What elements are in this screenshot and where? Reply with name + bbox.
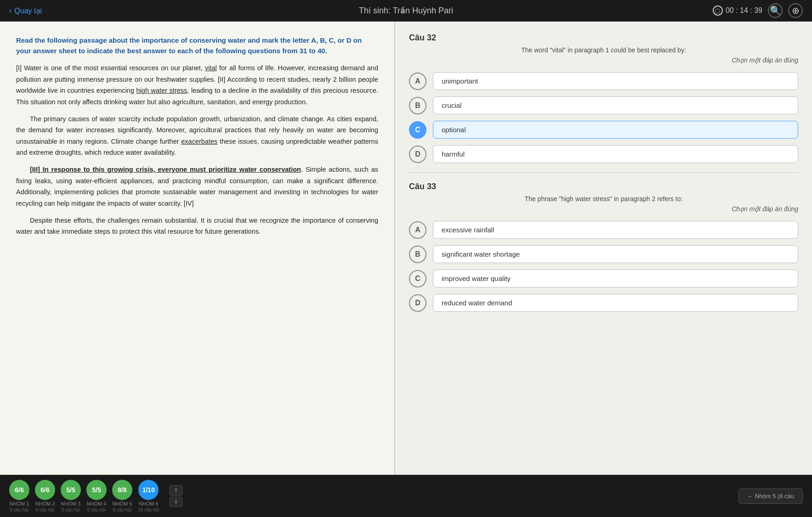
question-panel: Câu 32 The word "vital" in paragraph 1 c… <box>395 22 812 475</box>
group-5-label: NHÓM 5 <box>113 501 132 506</box>
paragraph-4: Despite these efforts, the challenges re… <box>16 215 378 237</box>
search-button[interactable]: 🔍 <box>768 3 783 18</box>
q33-box-a[interactable]: excessive rainfall <box>433 221 798 239</box>
q32-option-a[interactable]: A unimportant <box>409 72 798 90</box>
q33-box-c[interactable]: improved water quality <box>433 270 798 287</box>
q33-instruction: Chọn một đáp án đúng <box>409 205 798 213</box>
question-divider <box>409 172 798 173</box>
group-1-badge[interactable]: 6/6 NHÓM 1 6 câu hỏi <box>9 480 29 512</box>
q33-circle-b[interactable]: B <box>409 246 426 263</box>
q33-title: Câu 33 <box>409 182 798 191</box>
q33-option-b[interactable]: B significant water shortage <box>409 245 798 263</box>
back-icon: ‹ <box>9 6 11 15</box>
group-3-sub: 5 câu hỏi <box>61 507 80 512</box>
top-bar: ‹ Quay lại Thí sinh: Trần Huỳnh Pari ◯ 0… <box>0 0 812 22</box>
group-5-circle[interactable]: 8/8 <box>112 480 132 500</box>
group-2-sub: 6 câu hỏi <box>35 507 54 512</box>
timer: ◯ 00 : 14 : 39 <box>713 6 762 16</box>
zoom-button[interactable]: ⊕ <box>788 3 803 18</box>
q33-circle-a[interactable]: A <box>409 221 426 239</box>
q32-circle-b[interactable]: B <box>409 97 426 114</box>
passage-intro: Read the following passage about the imp… <box>16 35 378 56</box>
group-6-badge[interactable]: 1/10 NHÓM 6 10 câu hỏi <box>138 480 159 512</box>
group-4-badge[interactable]: 5/5 NHÓM 4 5 câu hỏi <box>86 480 107 512</box>
timer-area: ◯ 00 : 14 : 39 🔍 ⊕ <box>713 3 803 18</box>
q33-circle-c[interactable]: C <box>409 270 426 287</box>
group-6-label: NHÓM 6 <box>139 501 159 506</box>
q32-box-a[interactable]: unimportant <box>433 72 798 90</box>
high-water-stress: high water stress <box>136 87 187 94</box>
q33-option-c[interactable]: C improved water quality <box>409 270 798 287</box>
back-label: Quay lại <box>14 6 42 15</box>
question-33-section: Câu 33 The phrase "high water stress" in… <box>409 182 798 312</box>
q32-instruction: Chọn một đáp án đúng <box>409 56 798 64</box>
back-button[interactable]: ‹ Quay lại <box>9 6 42 15</box>
q33-box-b[interactable]: significant water shortage <box>433 245 798 263</box>
exacerbates-word: exacerbates <box>181 138 217 145</box>
paragraph-3: [III] In response to this growing crisis… <box>16 164 378 209</box>
group-2-label: NHÓM 2 <box>35 501 55 506</box>
prev-label: ← Nhóm 5 (8 câu <box>747 493 794 500</box>
bottom-bar: 6/6 NHÓM 1 6 câu hỏi 6/6 NHÓM 2 6 câu hỏ… <box>0 475 812 517</box>
passage-panel: Read the following passage about the imp… <box>0 22 395 475</box>
timer-display: 00 : 14 : 39 <box>726 6 762 15</box>
group-5-sub: 8 câu hỏi <box>113 507 131 512</box>
prev-group-button[interactable]: ← Nhóm 5 (8 câu <box>738 489 803 504</box>
group-1-sub: 6 câu hỏi <box>10 507 28 512</box>
q32-circle-c[interactable]: C <box>409 121 426 139</box>
q32-box-d[interactable]: harmful <box>433 145 798 163</box>
group-6-sub: 10 câu hỏi <box>138 507 159 512</box>
group-2-badge[interactable]: 6/6 NHÓM 2 6 câu hỏi <box>35 480 55 512</box>
candidate-name: Thí sinh: Trần Huỳnh Pari <box>359 6 453 16</box>
group-2-circle[interactable]: 6/6 <box>35 480 55 500</box>
q32-option-c[interactable]: C optional <box>409 121 798 139</box>
q32-box-b[interactable]: crucial <box>433 96 798 114</box>
q32-option-d[interactable]: D harmful <box>409 145 798 163</box>
main-container: ‹ Quay lại Thí sinh: Trần Huỳnh Pari ◯ 0… <box>0 0 812 517</box>
group-3-circle[interactable]: 5/5 <box>61 480 81 500</box>
group-4-label: NHÓM 4 <box>87 501 107 506</box>
nav-arrows: ⇧ ⇩ <box>170 485 182 507</box>
group-1-circle[interactable]: 6/6 <box>9 480 29 500</box>
q32-circle-a[interactable]: A <box>409 73 426 90</box>
arrow-up-button[interactable]: ⇧ <box>170 485 182 495</box>
group-3-badge[interactable]: 5/5 NHÓM 3 5 câu hỏi <box>61 480 81 512</box>
q33-desc: The phrase "high water stress" in paragr… <box>409 195 798 202</box>
group-3-label: NHÓM 3 <box>61 501 81 506</box>
passage-text: [I] Water is one of the most essential r… <box>16 62 378 237</box>
group-1-label: NHÓM 1 <box>10 501 29 506</box>
q33-box-d[interactable]: reduced water demand <box>433 294 798 312</box>
q32-circle-d[interactable]: D <box>409 146 426 163</box>
q33-option-d[interactable]: D reduced water demand <box>409 294 798 312</box>
group-6-circle[interactable]: 1/10 <box>138 480 159 500</box>
paragraph-1: [I] Water is one of the most essential r… <box>16 62 378 108</box>
q33-option-a[interactable]: A excessive rainfall <box>409 221 798 239</box>
vital-word: vital <box>205 64 217 72</box>
group-5-badge[interactable]: 8/8 NHÓM 5 8 câu hỏi <box>112 480 132 512</box>
q32-option-b[interactable]: B crucial <box>409 96 798 114</box>
question-32-section: Câu 32 The word "vital" in paragraph 1 c… <box>409 33 798 163</box>
paragraph-2: The primary causes of water scarcity inc… <box>16 113 378 159</box>
q32-title: Câu 32 <box>409 33 798 43</box>
q32-box-c[interactable]: optional <box>433 121 798 139</box>
q32-desc: The word "vital" in paragraph 1 could be… <box>409 46 798 54</box>
paragraph-3-heading: [III] In response to this growing crisis… <box>30 166 301 173</box>
q33-circle-d[interactable]: D <box>409 294 426 312</box>
group-4-sub: 5 câu hỏi <box>87 507 106 512</box>
arrow-down-button[interactable]: ⇩ <box>170 497 182 507</box>
content-area: Read the following passage about the imp… <box>0 22 812 475</box>
group-4-circle[interactable]: 5/5 <box>86 480 107 500</box>
timer-icon: ◯ <box>713 6 723 16</box>
